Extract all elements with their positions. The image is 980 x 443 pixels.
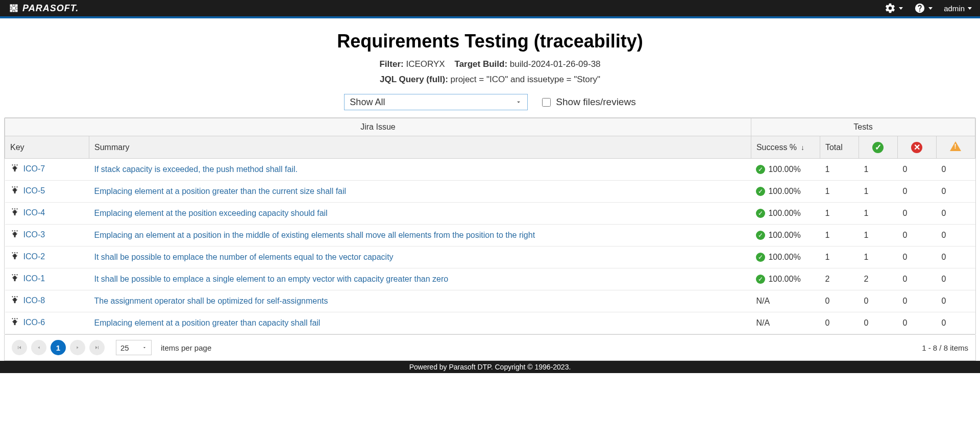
show-files-reviews-input[interactable] xyxy=(542,98,551,107)
column-fail[interactable]: ✕ xyxy=(897,136,936,159)
cell-success: ✓100.00% xyxy=(751,181,820,203)
first-page-icon xyxy=(16,344,22,351)
target-build-label: Target Build: xyxy=(455,59,508,69)
cell-success: ✓100.00% xyxy=(751,268,820,290)
pager-page-1[interactable]: 1 xyxy=(51,340,66,355)
column-total[interactable]: Total xyxy=(820,136,859,159)
cell-total: 1 xyxy=(820,159,859,181)
cell-summary: Emplacing an element at a position in th… xyxy=(89,225,751,247)
svg-point-13 xyxy=(14,252,15,253)
cell-success: ✓100.00% xyxy=(751,159,820,181)
pager-range: 1 - 8 / 8 items xyxy=(922,343,968,352)
issue-summary-link[interactable]: Emplacing element at a position greater … xyxy=(94,187,347,195)
column-warn[interactable] xyxy=(936,136,975,159)
jira-issue-icon xyxy=(10,186,19,197)
pager: 1 25 items per page 1 - 8 / 8 items xyxy=(4,335,976,361)
cell-key: ICO-6 xyxy=(5,312,89,334)
check-circle-icon: ✓ xyxy=(756,209,765,218)
issue-key-link[interactable]: ICO-8 xyxy=(23,296,45,305)
cell-success: ✓100.00% xyxy=(751,225,820,247)
cell-key: ICO-4 xyxy=(5,203,89,225)
svg-point-4 xyxy=(14,186,15,187)
issue-summary-link[interactable]: The assignment operator shall be optimiz… xyxy=(94,297,328,305)
svg-point-12 xyxy=(12,252,13,253)
check-circle-icon: ✓ xyxy=(756,165,765,174)
pager-next-button[interactable] xyxy=(70,340,85,355)
svg-point-11 xyxy=(16,230,17,231)
cell-key: ICO-7 xyxy=(5,159,89,181)
cell-pass: 1 xyxy=(859,203,897,225)
brand-logo: PARASOFT. xyxy=(8,3,79,14)
cell-warn: 0 xyxy=(936,203,975,225)
pager-last-button[interactable] xyxy=(89,340,105,355)
table-row: ICO-7If stack capacity is exceeded, the … xyxy=(5,159,975,181)
cell-warn: 0 xyxy=(936,268,975,290)
page-size-select[interactable]: 25 xyxy=(116,340,152,355)
help-menu[interactable] xyxy=(914,3,933,14)
check-circle-icon: ✓ xyxy=(756,275,765,284)
issue-key-link[interactable]: ICO-6 xyxy=(23,318,45,327)
issue-key-link[interactable]: ICO-5 xyxy=(23,186,45,195)
cell-pass: 1 xyxy=(859,225,897,247)
select-value: Show All xyxy=(350,97,385,108)
cell-success: ✓100.00% xyxy=(751,247,820,268)
issue-summary-link[interactable]: It shall be possible to emplace the numb… xyxy=(94,253,394,261)
issue-key-link[interactable]: ICO-7 xyxy=(23,164,45,173)
cell-total: 0 xyxy=(820,312,859,334)
column-success[interactable]: Success %↓ xyxy=(751,136,820,159)
help-icon xyxy=(914,3,925,14)
issue-key-link[interactable]: ICO-1 xyxy=(23,274,45,283)
settings-menu[interactable] xyxy=(885,3,903,14)
check-circle-icon: ✓ xyxy=(756,231,765,240)
show-files-reviews-checkbox[interactable]: Show files/reviews xyxy=(542,96,635,108)
chevron-down-icon xyxy=(142,345,147,350)
cell-pass: 0 xyxy=(859,290,897,312)
issue-summary-link[interactable]: Emplacing element at a position greater … xyxy=(94,318,321,327)
chevron-down-icon xyxy=(928,7,933,10)
table-row: ICO-3Emplacing an element at a position … xyxy=(5,225,975,247)
jira-issue-icon xyxy=(10,208,19,219)
requirements-table: Jira Issue Tests Key Summary Success %↓ … xyxy=(5,118,975,334)
issue-key-link[interactable]: ICO-2 xyxy=(23,252,45,261)
svg-point-9 xyxy=(12,230,13,231)
svg-point-18 xyxy=(12,296,13,297)
jira-issue-icon xyxy=(10,317,19,329)
jql-meta-row: JQL Query (full): project = "ICO" and is… xyxy=(4,75,976,85)
cell-pass: 1 xyxy=(859,247,897,268)
column-summary[interactable]: Summary xyxy=(89,136,751,159)
table-row: ICO-4Emplacing element at the position e… xyxy=(5,203,975,225)
cell-fail: 0 xyxy=(897,203,936,225)
pager-first-button[interactable] xyxy=(12,340,27,355)
svg-point-22 xyxy=(14,318,15,319)
column-key[interactable]: Key xyxy=(5,136,89,159)
sort-desc-icon: ↓ xyxy=(801,143,804,152)
issue-summary-link[interactable]: Emplacing element at the position exceed… xyxy=(94,209,328,217)
user-name: admin xyxy=(944,4,965,13)
cell-summary: It shall be possible to emplace the numb… xyxy=(89,247,751,268)
column-pass[interactable]: ✓ xyxy=(859,136,897,159)
table-row: ICO-2It shall be possible to emplace the… xyxy=(5,247,975,268)
svg-point-6 xyxy=(12,208,13,209)
next-page-icon xyxy=(75,345,80,350)
issue-summary-link[interactable]: It shall be possible to emplace a single… xyxy=(94,275,449,283)
cell-pass: 1 xyxy=(859,181,897,203)
issue-key-link[interactable]: ICO-4 xyxy=(23,208,45,217)
jql-label: JQL Query (full): xyxy=(380,75,448,84)
issue-summary-link[interactable]: Emplacing an element at a position in th… xyxy=(94,231,535,239)
cell-total: 1 xyxy=(820,247,859,268)
chevron-down-icon xyxy=(899,7,903,10)
pager-prev-button[interactable] xyxy=(31,340,46,355)
cell-summary: If stack capacity is exceeded, the push … xyxy=(89,159,751,181)
table-row: ICO-1It shall be possible to emplace a s… xyxy=(5,268,975,290)
cell-key: ICO-2 xyxy=(5,247,89,268)
user-menu[interactable]: admin xyxy=(944,4,972,13)
filter-meta-row: Filter: ICEORYX Target Build: build-2024… xyxy=(4,59,976,69)
issue-key-link[interactable]: ICO-3 xyxy=(23,230,45,239)
issue-summary-link[interactable]: If stack capacity is exceeded, the push … xyxy=(94,165,298,174)
jira-issue-icon xyxy=(10,252,19,263)
cell-success: ✓100.00% xyxy=(751,203,820,225)
svg-point-15 xyxy=(12,274,13,275)
show-filter-select[interactable]: Show All xyxy=(344,94,528,110)
per-page-label: items per page xyxy=(161,343,211,352)
checkbox-label: Show files/reviews xyxy=(556,96,635,108)
